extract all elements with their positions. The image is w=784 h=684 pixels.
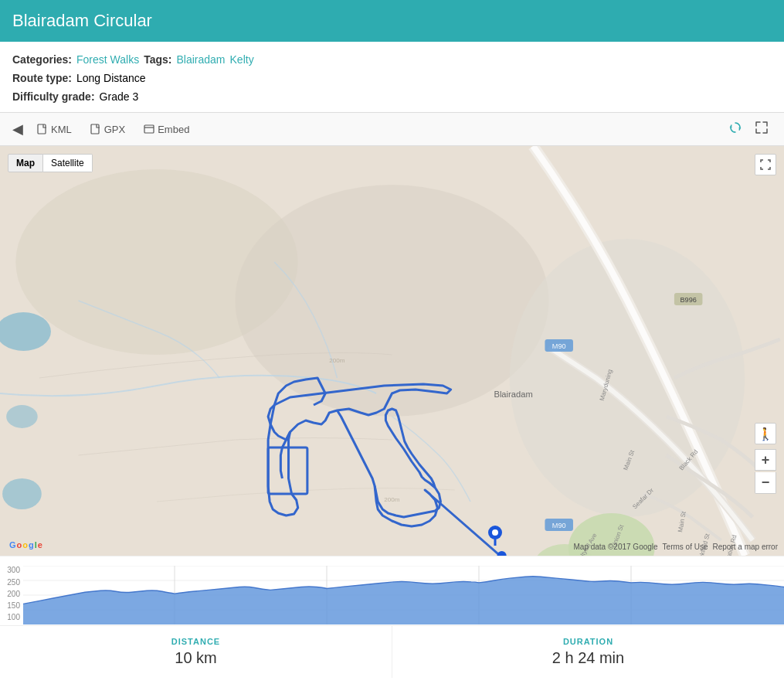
tag-kelty[interactable]: Kelty (230, 51, 254, 70)
distance-label: DISTANCE (0, 637, 392, 646)
sync-button[interactable] (725, 117, 745, 141)
svg-rect-2 (144, 125, 154, 133)
gpx-button[interactable]: GPX (86, 121, 130, 138)
page-header: Blairadam Circular (0, 0, 784, 42)
route-type-label: Route type: (12, 70, 72, 88)
distance-value: 10 km (0, 649, 392, 667)
expand-icon (755, 121, 769, 134)
zoom-controls: 🚶 + − (755, 423, 776, 494)
stats-section: DISTANCE 10 km DURATION 2 h 24 min (0, 625, 784, 678)
tags-label: Tags: (144, 51, 171, 70)
svg-text:M90: M90 (552, 342, 566, 350)
zoom-out-button[interactable]: − (755, 472, 776, 494)
street-view-button[interactable]: 🚶 (755, 423, 776, 444)
svg-text:200m: 200m (329, 357, 345, 364)
google-logo: Google (9, 540, 42, 550)
report-link[interactable]: Report a map error (713, 543, 778, 551)
elevation-chart-section: 300 250 200 150 100 (0, 556, 784, 625)
elevation-label-150: 150 (0, 601, 23, 610)
back-button[interactable]: ◀ (12, 121, 23, 138)
svg-rect-1 (91, 124, 99, 134)
svg-point-44 (492, 529, 498, 536)
category-forest-walks[interactable]: Forest Walks (76, 51, 139, 70)
elevation-y-axis: 300 250 200 150 100 (0, 566, 23, 624)
embed-button[interactable]: Embed (139, 121, 194, 138)
svg-marker-4 (730, 126, 733, 128)
elevation-svg (23, 566, 784, 624)
toolbar-right (725, 117, 772, 141)
map-container[interactable]: 200m 200m Blairadam CLENTRY Kelty M90 M9… (0, 146, 784, 556)
categories-label: Categories: (12, 51, 72, 70)
svg-point-13 (6, 405, 38, 428)
elevation-label-100: 100 (0, 613, 23, 621)
toolbar: ◀ KML GPX Embed (0, 112, 784, 146)
duration-label: DURATION (392, 637, 784, 646)
svg-text:B996: B996 (680, 296, 697, 304)
page-title: Blairadam Circular (12, 11, 772, 31)
fullscreen-icon (760, 159, 771, 170)
gpx-icon (90, 124, 101, 134)
kml-icon (37, 124, 48, 134)
expand-button[interactable] (752, 117, 772, 141)
elevation-label-300: 300 (0, 566, 23, 574)
svg-point-7 (236, 185, 549, 417)
svg-point-12 (2, 478, 42, 509)
map-type-buttons: Map Satellite (8, 154, 93, 172)
route-type-row: Route type: Long Distance (12, 70, 772, 88)
sync-icon (728, 121, 742, 134)
tag-blairadam[interactable]: Blairadam (177, 51, 226, 70)
difficulty-value: Grade 3 (100, 88, 139, 107)
duration-value: 2 h 24 min (392, 649, 784, 667)
difficulty-label: Difficulty grade: (12, 88, 95, 107)
elevation-label-200: 200 (0, 590, 23, 598)
embed-icon (144, 124, 154, 134)
zoom-in-button[interactable]: + (755, 449, 776, 471)
fullscreen-button[interactable] (755, 154, 776, 175)
terms-link[interactable]: Terms of Use (663, 543, 708, 551)
kml-button[interactable]: KML (32, 121, 76, 138)
map-type-satellite-button[interactable]: Satellite (43, 154, 93, 172)
meta-section: Categories: Forest Walks Tags: Blairadam… (0, 42, 784, 112)
elevation-label-250: 250 (0, 578, 23, 587)
map-data-label: Map data ©2017 Google (573, 543, 657, 551)
svg-marker-3 (738, 128, 742, 129)
map-attribution: Map data ©2017 Google Terms of Use Repor… (573, 543, 778, 551)
categories-row: Categories: Forest Walks Tags: Blairadam… (12, 51, 772, 70)
svg-text:Blairadam: Blairadam (494, 390, 532, 399)
map-type-map-button[interactable]: Map (8, 154, 43, 172)
map-background: 200m 200m Blairadam CLENTRY Kelty M90 M9… (0, 146, 784, 556)
svg-text:200m: 200m (384, 496, 400, 503)
distance-stat: DISTANCE 10 km (0, 626, 392, 678)
route-type-value: Long Distance (76, 70, 146, 88)
duration-stat: DURATION 2 h 24 min (392, 626, 784, 678)
difficulty-row: Difficulty grade: Grade 3 (12, 88, 772, 107)
toolbar-left: ◀ KML GPX Embed (12, 121, 194, 138)
svg-rect-0 (38, 124, 46, 134)
svg-text:M90: M90 (552, 522, 566, 529)
elevation-chart-area (23, 566, 784, 624)
map-pin (487, 525, 503, 549)
